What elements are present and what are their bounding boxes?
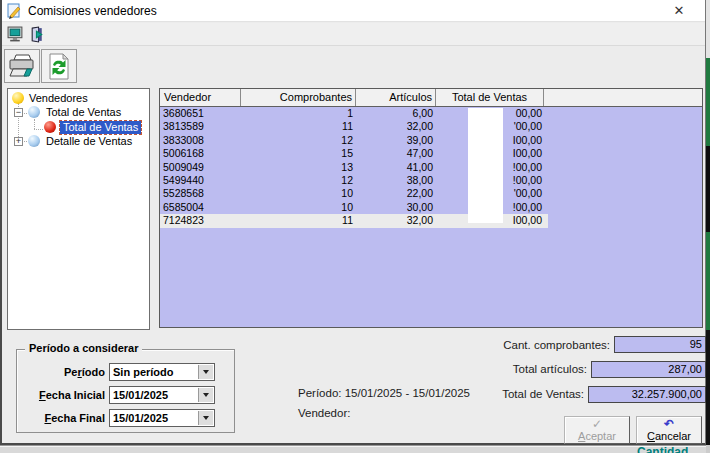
- tree-panel: Vendedores − Total de Ventas Total de Ve…: [7, 88, 150, 330]
- refresh-button[interactable]: [41, 49, 77, 83]
- window-title: Comisiones vendedores: [28, 4, 157, 18]
- backdrop-strip: [706, 232, 710, 330]
- backdrop-strip: [706, 0, 710, 58]
- table-cell: 11: [241, 214, 356, 227]
- table-cell: 6,00: [356, 107, 436, 120]
- red-sphere-icon: [44, 121, 56, 133]
- monitor-icon[interactable]: [7, 26, 24, 43]
- table-cell: 7124823: [160, 214, 241, 227]
- menubar: [2, 23, 705, 46]
- table-cell: 5528568: [160, 187, 241, 200]
- collapse-icon[interactable]: −: [14, 108, 23, 117]
- table-row[interactable]: 55285681022,00'00,00: [160, 187, 702, 200]
- redaction-overlay: [468, 108, 503, 223]
- column-header[interactable]: Artículos: [356, 89, 436, 106]
- document-pencil-icon: [6, 3, 22, 19]
- refresh-icon: [47, 53, 71, 80]
- table-cell: 10: [241, 187, 356, 200]
- sales-grid: VendedorComprobantesArtículosTotal de Ve…: [159, 88, 703, 328]
- table-cell: 12: [241, 134, 356, 147]
- chevron-down-icon[interactable]: [198, 411, 213, 425]
- accept-button-label: Aceptar: [565, 431, 629, 443]
- table-cell: 32,00: [356, 120, 436, 133]
- table-cell: 47,00: [356, 147, 436, 160]
- expand-icon[interactable]: +: [14, 137, 23, 146]
- table-cell: 13: [241, 161, 356, 174]
- articles-field: 287,00: [591, 361, 706, 378]
- window-behind-edge: [0, 445, 706, 453]
- titlebar[interactable]: Comisiones vendedores ✕: [2, 0, 705, 22]
- table-cell: 5499440: [160, 174, 241, 187]
- table-row[interactable]: 368065116,0000,00: [160, 107, 702, 120]
- total-sales-label: Total de Ventas:: [432, 388, 584, 400]
- blue-sphere-icon: [28, 106, 40, 118]
- backdrop-strip: [706, 330, 710, 445]
- blue-sphere-icon: [28, 135, 40, 147]
- count-label: Cant. comprobantes:: [452, 339, 610, 351]
- table-cell: 39,00: [356, 134, 436, 147]
- accept-button[interactable]: ✓ Aceptar: [564, 416, 630, 444]
- table-row[interactable]: 38330081239,00I00,00: [160, 134, 702, 147]
- grid-header: VendedorComprobantesArtículosTotal de Ve…: [160, 89, 702, 107]
- table-cell: 3813589: [160, 120, 241, 133]
- table-cell: 10: [241, 201, 356, 214]
- close-icon[interactable]: ✕: [669, 2, 689, 20]
- table-cell: 22,00: [356, 187, 436, 200]
- period-label: Período: [22, 366, 105, 378]
- table-cell: 6585004: [160, 201, 241, 214]
- printer-icon: [8, 53, 36, 79]
- column-header-filler: [544, 89, 702, 106]
- exit-icon[interactable]: [29, 26, 46, 43]
- end-date-select[interactable]: 15/01/2025: [109, 409, 215, 427]
- table-cell: 15: [241, 147, 356, 160]
- toolbar: [2, 47, 705, 85]
- table-cell: 41,00: [356, 161, 436, 174]
- end-date-label: Fecha Final: [22, 412, 105, 424]
- table-row[interactable]: 50061681547,00I00,00: [160, 147, 702, 160]
- column-header[interactable]: Comprobantes: [241, 89, 356, 106]
- column-header[interactable]: Total de Ventas: [436, 89, 544, 106]
- cancel-button[interactable]: ↶ Cancelar: [636, 416, 702, 444]
- table-row[interactable]: 65850041030,00!00,00: [160, 201, 702, 214]
- table-row[interactable]: 38135891132,00'00,00: [160, 120, 702, 133]
- groupbox-title: Período a considerar: [25, 342, 142, 354]
- total-sales-field: 32.257.900,00: [588, 386, 706, 403]
- chevron-down-icon[interactable]: [198, 365, 213, 379]
- column-header[interactable]: Vendedor: [160, 89, 241, 106]
- start-date-select[interactable]: 15/01/2025: [109, 386, 215, 404]
- table-cell: 12: [241, 174, 356, 187]
- chevron-down-icon[interactable]: [198, 388, 213, 402]
- backdrop-strip: [706, 146, 710, 232]
- table-cell: 11: [241, 120, 356, 133]
- end-date-value: 15/01/2025: [113, 412, 168, 424]
- vendor-summary-text: Vendedor:: [298, 407, 350, 419]
- table-cell: 3833008: [160, 134, 241, 147]
- start-date-label: Fecha Inicial: [22, 389, 105, 401]
- table-cell: 30,00: [356, 201, 436, 214]
- background-partial-text: Cantidad: [637, 445, 688, 453]
- tree-node-label: Total de Ventas: [46, 106, 121, 119]
- screen: Cantidad Comisiones vendedores ✕: [0, 0, 710, 453]
- comisiones-dialog: Comisiones vendedores ✕: [0, 0, 706, 445]
- table-row[interactable]: 54994401238,00!00,00: [160, 174, 702, 187]
- table-cell: 32,00: [356, 214, 436, 227]
- yellow-sphere-icon: [12, 92, 24, 104]
- articles-label: Total artículos:: [432, 363, 587, 375]
- period-value: Sin período: [113, 366, 174, 378]
- print-button[interactable]: [4, 49, 40, 83]
- start-date-value: 15/01/2025: [113, 389, 168, 401]
- table-row[interactable]: 50090491341,00!00,00: [160, 161, 702, 174]
- backdrop-strip: [706, 445, 710, 453]
- table-cell: 38,00: [356, 174, 436, 187]
- grid-body: 368065116,0000,0038135891132,00'00,00383…: [160, 107, 702, 228]
- table-cell: 5006168: [160, 147, 241, 160]
- backdrop-strip: [706, 58, 710, 146]
- table-cell: 1: [241, 107, 356, 120]
- cancel-button-label: Cancelar: [637, 431, 701, 443]
- tree-node-label: Detalle de Ventas: [46, 135, 132, 148]
- tree-node-label: Vendedores: [29, 92, 88, 105]
- period-select[interactable]: Sin período: [109, 363, 215, 381]
- count-field: 95: [614, 336, 706, 353]
- tree-node-label-selected: Total de Ventas: [60, 121, 141, 134]
- table-cell: 3680651: [160, 107, 241, 120]
